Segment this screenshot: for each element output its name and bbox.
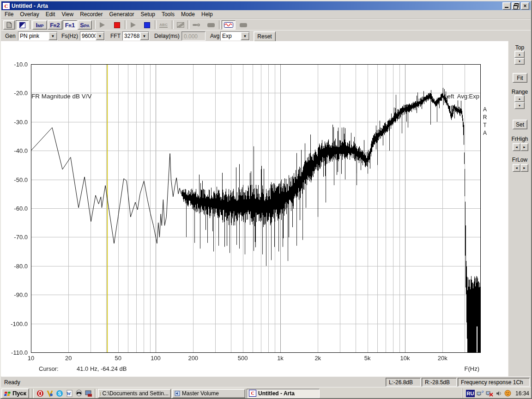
menu-item-view[interactable]: View	[58, 11, 77, 18]
chevron-down-icon[interactable]: ▼	[140, 32, 149, 40]
play-generator-button-disabled	[127, 20, 139, 30]
rounded-bar-icon	[240, 23, 247, 27]
stop-generator-button[interactable]	[140, 20, 153, 30]
firewall-icon[interactable]	[85, 389, 92, 397]
fft-label: FFT	[110, 33, 121, 39]
y-tick-label: -10.0	[0, 61, 28, 68]
menu-item-recorder[interactable]: Recorder	[77, 11, 106, 18]
y-tick-label: -30.0	[0, 119, 28, 126]
main-toolbar: Imp Fr2 Fr1 Spa ABC	[1, 19, 531, 30]
right-arrow-icon: ►	[523, 166, 526, 169]
task-button-arta[interactable]: C Untitled - Arta	[247, 389, 320, 398]
task-button-explorer[interactable]: C:\Documents and Settin...	[98, 389, 171, 398]
fr1-mode-button[interactable]: Fr1	[63, 20, 77, 30]
menu-item-edit[interactable]: Edit	[42, 11, 59, 18]
stop-record-button[interactable]	[110, 20, 123, 30]
averaging-combo[interactable]: Exp ▼	[220, 31, 250, 41]
menu-item-setup[interactable]: Setup	[138, 11, 158, 18]
x-tick-label: 200	[183, 355, 203, 362]
taskbar-separator	[95, 389, 97, 398]
windows-logo-icon	[4, 390, 11, 397]
menu-item-generator[interactable]: Generator	[106, 11, 138, 18]
frlow-spinner: ◄ ►	[513, 164, 528, 172]
taskbar: Пуск S W C:\Documents and Settin... Mast…	[0, 387, 532, 399]
spa-mode-button[interactable]: Spa	[78, 20, 92, 30]
messenger-status-icon[interactable]	[504, 390, 512, 397]
reset-button[interactable]: Reset	[254, 31, 276, 42]
down-arrow-icon: ▼	[518, 60, 521, 63]
task-button-master-volume[interactable]: Master Volume	[172, 389, 245, 398]
left-arrow-icon: ◄	[515, 145, 518, 149]
x-tick-label: 1k	[270, 355, 290, 362]
word-icon[interactable]: W	[65, 389, 73, 397]
frhigh-right-button[interactable]: ►	[520, 143, 528, 151]
set-button[interactable]: Set	[513, 120, 527, 129]
range-down-button[interactable]: ▼	[514, 102, 525, 109]
y-tick-label: -80.0	[0, 263, 28, 270]
system-tray: RU 16:34	[462, 388, 532, 399]
minimize-button[interactable]	[502, 2, 511, 10]
play-icon	[131, 22, 136, 28]
left-level-indicator: L:-26.8dB	[386, 378, 421, 387]
chart-area: FR Magnitude dB V/V Left Avg:Exp -10.0-2…	[0, 41, 508, 376]
crossed-box-icon	[177, 22, 184, 28]
half-triangle-icon	[19, 22, 25, 28]
fft-size-combo[interactable]: 32768 ▼	[122, 31, 149, 41]
alien-icon[interactable]	[75, 389, 83, 397]
restore-button[interactable]	[512, 2, 520, 10]
fr-plot-canvas[interactable]	[0, 41, 508, 376]
signal-generator-button[interactable]	[222, 20, 236, 30]
spell-check-button-disabled: ABC	[157, 20, 170, 30]
fit-button[interactable]: Fit	[513, 73, 527, 83]
menu-item-tools[interactable]: Tools	[158, 11, 178, 18]
delay-label: Delay(ms)	[154, 33, 180, 39]
measurement-toolbar: Gen PN pink ▼ Fs(Hz) 96000 ▼ FFT 32768 ▼…	[1, 30, 531, 42]
frlow-left-button[interactable]: ◄	[513, 164, 520, 172]
left-arrow-icon: ◄	[515, 166, 518, 169]
range-up-button[interactable]: ▲	[514, 95, 525, 102]
frhigh-left-button[interactable]: ◄	[513, 143, 520, 151]
language-indicator[interactable]: RU	[466, 390, 475, 397]
opera-icon[interactable]	[36, 389, 44, 397]
close-button[interactable]: ×	[521, 2, 529, 10]
y-tick-label: -70.0	[0, 234, 28, 241]
chevron-down-icon[interactable]: ▼	[241, 32, 249, 40]
menu-item-overlay[interactable]: Overlay	[17, 11, 42, 18]
top-down-button[interactable]: ▼	[514, 58, 525, 65]
smooth-mode-button[interactable]	[16, 20, 29, 30]
status-bar: Ready L:-26.8dB R:-28.5dB Frequency resp…	[1, 376, 531, 387]
sample-rate-combo[interactable]: 96000 ▼	[80, 31, 105, 41]
fs-label: Fs(Hz)	[61, 33, 78, 39]
microphone-icon	[192, 23, 200, 27]
arta-app-icon: C	[249, 390, 256, 397]
y-tick-label: -40.0	[0, 147, 28, 154]
fr2-mode-button[interactable]: Fr2	[48, 20, 62, 30]
svg-text:W: W	[66, 391, 71, 396]
gen-label: Gen	[5, 33, 16, 39]
menu-item-mode[interactable]: Mode	[178, 11, 198, 18]
frlow-right-button[interactable]: ►	[520, 164, 528, 172]
title-bar: C Untitled - Arta ×	[1, 1, 531, 10]
new-file-button[interactable]	[3, 20, 15, 30]
menu-item-file[interactable]: File	[1, 11, 17, 18]
menu-item-help[interactable]: Help	[198, 11, 216, 18]
skype-icon[interactable]: S	[55, 389, 63, 397]
network-disconnected-icon[interactable]	[486, 390, 493, 397]
rounded-bar-icon	[207, 23, 215, 27]
range-label: Range	[508, 89, 531, 95]
folder-icon	[100, 391, 101, 396]
messenger-v-icon[interactable]	[46, 389, 54, 397]
x-tick-label: 2k	[308, 355, 328, 362]
range-spinner: ▲ ▼	[514, 95, 525, 109]
speaker-icon[interactable]	[495, 390, 502, 397]
network-icon[interactable]	[477, 390, 484, 397]
plot-control-panel: Top ▲ ▼ Fit Range ▲ ▼ Set FrHigh ◄ ► FrL…	[508, 41, 531, 376]
generator-type-combo[interactable]: PN pink ▼	[18, 31, 58, 41]
imp-mode-button[interactable]: Imp	[32, 20, 47, 30]
y-tick-label: -60.0	[0, 205, 28, 212]
top-up-button[interactable]: ▲	[514, 51, 525, 58]
x-tick-label: 20	[58, 355, 79, 362]
chevron-down-icon[interactable]: ▼	[96, 32, 104, 40]
start-button[interactable]: Пуск	[1, 388, 29, 399]
chevron-down-icon[interactable]: ▼	[48, 32, 57, 40]
